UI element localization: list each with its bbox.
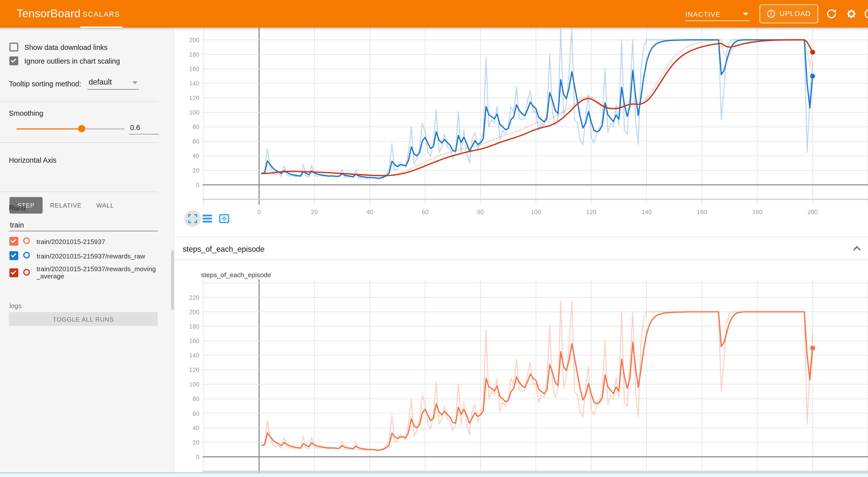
- x-tick-label: 80: [477, 209, 484, 215]
- y-tick-label: 80: [192, 395, 199, 402]
- help-icon[interactable]: [865, 9, 868, 19]
- y-tick-label: 60: [192, 410, 199, 417]
- section-title: steps_of_each_episode: [183, 245, 265, 253]
- tooltip-sorting-select[interactable]: default: [87, 76, 139, 90]
- tooltip-sorting-label: Tooltip sorting method:: [9, 80, 81, 88]
- x-tick-label: 60: [422, 209, 429, 215]
- y-tick-label: 160: [189, 66, 199, 72]
- check-icon: [11, 57, 16, 63]
- upload-button-label: UPLOAD: [780, 10, 811, 18]
- axis-button-relative[interactable]: RELATIVE: [49, 197, 83, 214]
- run-color-circle[interactable]: [23, 269, 30, 276]
- divider: [0, 191, 158, 192]
- x-tick-label: 120: [586, 209, 596, 215]
- series-steps_raw: [262, 29, 813, 179]
- x-tick-label: 200: [808, 209, 818, 215]
- y-tick-label: 200: [189, 309, 199, 315]
- y-tick-label: 20: [192, 167, 199, 174]
- chevron-down-icon: [743, 13, 748, 15]
- run-checkbox[interactable]: [9, 251, 18, 260]
- run-item-label[interactable]: train/20201015-215937/rewards_raw: [36, 252, 145, 260]
- y-tick-label: 0: [196, 453, 199, 460]
- run-item-label[interactable]: train/20201015-215937: [36, 238, 105, 246]
- y-tick-label: 80: [192, 124, 199, 130]
- checkbox-ignore-outliers[interactable]: [9, 56, 18, 65]
- y-tick-label: 180: [189, 323, 199, 330]
- status-dropdown[interactable]: INACTIVE: [685, 8, 749, 21]
- toggle-all-runs-button[interactable]: TOGGLE ALL RUNS: [9, 312, 158, 326]
- sidebar-scrollbar-thumb[interactable]: [171, 250, 174, 310]
- y-tick-label: 120: [189, 367, 199, 373]
- y-tick-label: 120: [189, 95, 199, 101]
- y-tick-label: 140: [189, 80, 199, 87]
- sidebar: Show data download links Ignore outliers…: [0, 28, 175, 473]
- y-tick-label: 40: [192, 152, 199, 159]
- series-end-dot: [810, 346, 815, 351]
- chart-toolbar: [184, 210, 251, 228]
- y-tick-label: 0: [196, 182, 199, 188]
- series-steps_smooth: [262, 40, 813, 179]
- y-tick-label: 200: [189, 37, 199, 43]
- data-table-icon[interactable]: [203, 214, 212, 223]
- run-item-label[interactable]: train/20201015-215937/rewards_moving_ave…: [36, 266, 159, 280]
- status-dropdown-label: INACTIVE: [685, 10, 721, 18]
- upload-button[interactable]: UPLOAD: [760, 4, 818, 23]
- chevron-up-icon[interactable]: [852, 245, 861, 252]
- x-tick-label: 20: [311, 209, 318, 215]
- run-color-circle[interactable]: [23, 237, 30, 244]
- checkbox-show-download-links[interactable]: [9, 43, 18, 52]
- check-icon: [11, 252, 16, 257]
- divider: [0, 101, 158, 102]
- runs-footer-label: logs: [9, 302, 22, 310]
- gear-icon[interactable]: [845, 8, 858, 20]
- main-content: 0204060801001201401601802000204060801001…: [175, 28, 868, 473]
- expand-chart-icon[interactable]: [188, 214, 198, 224]
- tab-scalars[interactable]: SCALARS: [80, 0, 123, 28]
- x-tick-label: 160: [697, 209, 707, 215]
- series-steps_raw: [262, 301, 813, 451]
- divider: [0, 142, 158, 143]
- tab-active-underline: [80, 27, 123, 27]
- runs-filter-input[interactable]: [9, 219, 158, 231]
- tensorboard-logo: TensorBoard: [17, 7, 81, 20]
- fit-domain-icon[interactable]: [219, 213, 229, 224]
- run-checkbox[interactable]: [9, 268, 18, 277]
- series-avg_smooth: [262, 40, 813, 176]
- chart-title: steps_of_each_episode: [201, 271, 271, 279]
- rewards-chart[interactable]: 0204060801001201401601802000204060801001…: [175, 28, 868, 216]
- series-end-dot: [810, 50, 815, 55]
- y-tick-label: 100: [189, 381, 199, 388]
- chevron-down-icon: [132, 81, 138, 84]
- run-color-circle[interactable]: [23, 252, 30, 258]
- steps-chart[interactable]: 020406080100120140160180200220: [175, 279, 868, 473]
- y-tick-label: 160: [189, 338, 199, 344]
- smoothing-slider-thumb[interactable]: [78, 125, 85, 132]
- y-tick-label: 220: [189, 294, 199, 301]
- smoothing-slider-fill: [17, 128, 82, 129]
- x-tick-label: 0: [257, 209, 261, 215]
- info-icon: [767, 9, 776, 18]
- y-tick-label: 140: [189, 352, 199, 359]
- tensorboard-app: TensorBoard SCALARS INACTIVE UPLOAD: [0, 0, 868, 477]
- axis-button-wall[interactable]: WALL: [90, 197, 121, 214]
- bottom-highlight-strip: [0, 473, 868, 477]
- check-icon: [11, 237, 16, 243]
- y-tick-label: 60: [192, 138, 199, 145]
- tooltip-sorting-value: default: [89, 77, 112, 86]
- section-header-steps-of-each-episode[interactable]: steps_of_each_episode: [175, 237, 868, 260]
- refresh-icon[interactable]: [825, 8, 838, 20]
- x-tick-label: 180: [752, 209, 763, 215]
- series-steps_smooth: [262, 312, 813, 450]
- x-tick-label: 140: [641, 209, 652, 215]
- check-icon: [11, 269, 16, 275]
- smoothing-label: Smoothing: [9, 109, 43, 117]
- smoothing-slider[interactable]: [17, 128, 125, 129]
- horizontal-axis-label: Horizontal Axis: [9, 156, 56, 164]
- y-tick-label: 20: [192, 439, 199, 446]
- smoothing-value-input[interactable]: [129, 121, 159, 134]
- y-tick-label: 100: [189, 109, 199, 116]
- y-tick-label: 180: [189, 51, 199, 58]
- checkbox-label: Show data download links: [25, 43, 107, 52]
- runs-label: Runs: [9, 203, 26, 212]
- run-checkbox[interactable]: [9, 237, 18, 246]
